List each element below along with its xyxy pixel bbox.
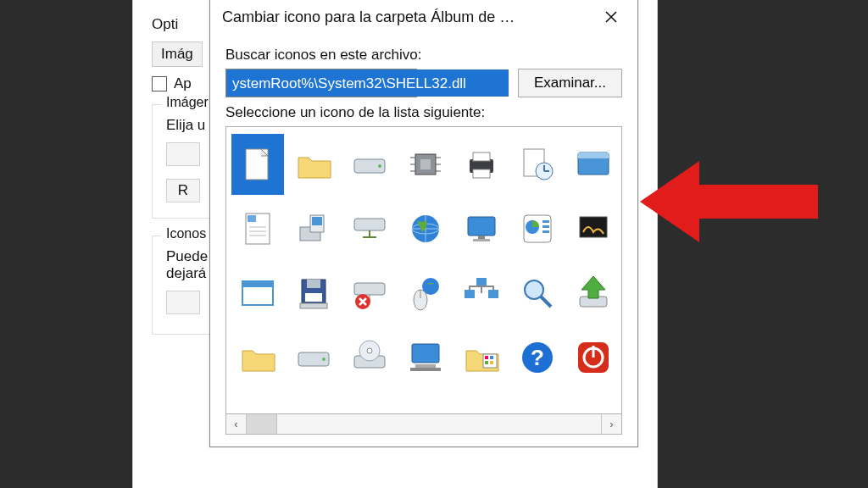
folder2-icon[interactable]	[231, 327, 284, 388]
icon-path-input[interactable]: ystemRoot%\System32\SHELL32.dll	[225, 69, 509, 97]
netdrive-x-icon[interactable]	[343, 263, 396, 324]
screensaver-icon[interactable]	[567, 198, 620, 259]
folder-icon[interactable]	[287, 134, 340, 195]
chart-icon[interactable]	[511, 198, 564, 259]
images-section-title: Imáger	[161, 95, 214, 110]
document-icon[interactable]	[231, 198, 284, 259]
dialog-title: Cambiar icono para la carpeta Álbum de …	[222, 8, 515, 26]
search-icon[interactable]	[511, 263, 564, 324]
close-button[interactable]	[592, 4, 631, 30]
browse-button[interactable]: Examinar...	[518, 69, 622, 97]
annotation-arrow-icon	[640, 151, 818, 252]
printer-icon[interactable]	[455, 134, 508, 195]
scroll-thumb[interactable]	[247, 414, 277, 434]
setup-icon[interactable]	[287, 198, 340, 259]
mouse-globe-icon[interactable]	[399, 263, 452, 324]
chip-icon[interactable]	[399, 134, 452, 195]
change-icon-dialog: Cambiar icono para la carpeta Álbum de ……	[209, 0, 638, 447]
cd-drive-icon[interactable]	[343, 327, 396, 388]
globe-icon[interactable]	[399, 198, 452, 259]
window-icon[interactable]	[567, 134, 620, 195]
network-icon[interactable]	[455, 263, 508, 324]
apply-label: Ap	[174, 75, 192, 92]
ghost-button-2[interactable]	[166, 291, 200, 314]
computer-icon[interactable]	[399, 327, 452, 388]
ghost-button-1[interactable]	[166, 142, 200, 166]
select-icon-label: Seleccione un icono de la lista siguient…	[225, 104, 622, 121]
netdrive-icon[interactable]	[343, 198, 396, 259]
recent-file-icon[interactable]	[511, 134, 564, 195]
apply-checkbox[interactable]	[152, 76, 167, 92]
optimize-label: Opti	[152, 16, 178, 33]
icon-list-panel	[225, 126, 622, 414]
scroll-right-button[interactable]: ›	[601, 414, 621, 434]
app-window-icon[interactable]	[231, 263, 284, 324]
folder-apps-icon[interactable]	[455, 327, 508, 388]
restore-button[interactable]: R	[166, 179, 200, 202]
drive2-icon[interactable]	[287, 327, 340, 388]
floppy-icon[interactable]	[287, 263, 340, 324]
images-dropdown[interactable]: Imág	[152, 42, 203, 67]
monitor-icon[interactable]	[455, 198, 508, 259]
search-file-label: Buscar iconos en este archivo:	[225, 47, 622, 64]
help-icon[interactable]	[511, 327, 564, 388]
drive-icon[interactable]	[343, 134, 396, 195]
arrow-up-icon[interactable]	[567, 263, 620, 324]
scroll-left-button[interactable]: ‹	[226, 414, 247, 434]
svg-marker-0	[640, 161, 818, 242]
icon-scrollbar[interactable]: ‹ ›	[225, 414, 622, 435]
icons-section-title: Iconos	[161, 226, 211, 241]
power-icon[interactable]	[567, 327, 620, 388]
file-icon[interactable]	[231, 134, 284, 195]
